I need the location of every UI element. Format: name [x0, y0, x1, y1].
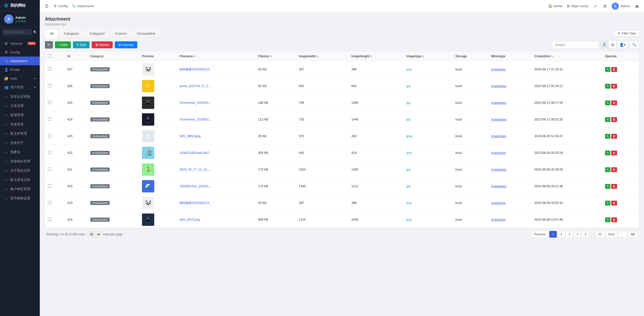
- row-edit-button[interactable]: ✎: [605, 84, 610, 89]
- topnav-home-link[interactable]: 🏠 Home: [548, 4, 563, 8]
- sidebar-item-currency-settings[interactable]: ○ 货币参数设置: [0, 194, 40, 203]
- row-checkbox[interactable]: [48, 134, 51, 137]
- row-checkbox[interactable]: [48, 84, 51, 87]
- logout-icon[interactable]: ⏏: [634, 3, 640, 10]
- tab-category2[interactable]: Category2: [84, 29, 110, 38]
- page-subtitle: Attachment tips: [45, 23, 639, 26]
- row-edit-button[interactable]: ✎: [605, 67, 610, 72]
- row-edit-button[interactable]: ✎: [605, 167, 610, 172]
- sidebar-item-trading[interactable]: ○ 交易大厅: [0, 138, 40, 147]
- add-button[interactable]: + Add: [55, 41, 71, 48]
- sidebar-item-recharge[interactable]: ○ 充值管理: [0, 120, 40, 129]
- page-content-area: Attachment Attachment tips All Category1…: [40, 12, 644, 316]
- page-3-button[interactable]: 3: [566, 231, 573, 238]
- row-checkbox[interactable]: [48, 101, 51, 104]
- sidebar-item-account-bind[interactable]: ○ 账户绑定管理: [0, 184, 40, 194]
- row-delete-button[interactable]: 🗑: [611, 151, 617, 155]
- page-2-button[interactable]: 2: [558, 231, 565, 238]
- goto-page-input[interactable]: [618, 231, 627, 237]
- row-edit-button[interactable]: ✎: [605, 117, 610, 122]
- attachments-table: Id Category Preview Filename Filesize Im…: [45, 52, 639, 228]
- page-last-button[interactable]: 43: [595, 231, 604, 238]
- sidebar-item-richtext[interactable]: ○ 富文本管理: [0, 129, 40, 138]
- sidebar-item-recharge-addr[interactable]: ○ 充值地址管理: [0, 157, 40, 166]
- row-delete-button[interactable]: 🗑: [611, 100, 617, 105]
- row-checkbox[interactable]: [48, 117, 51, 121]
- page-4-button[interactable]: 4: [574, 231, 581, 238]
- col-filesize[interactable]: Filesize: [255, 52, 296, 61]
- page-5-button[interactable]: 5: [582, 231, 589, 238]
- user-view-button[interactable]: 👤▾: [617, 41, 628, 49]
- page-1-button[interactable]: 1: [549, 231, 557, 238]
- row-delete-button[interactable]: 🗑: [611, 117, 617, 122]
- topnav-user-menu[interactable]: A Admin: [612, 3, 630, 10]
- sidebar-item-id-verify[interactable]: ○ 实名认证审核: [0, 92, 40, 101]
- sidebar-item-general[interactable]: ⊞ General NEW: [0, 39, 40, 48]
- sidebar-user[interactable]: A Admin ● Online: [0, 11, 40, 27]
- row-delete-button[interactable]: 🗑: [611, 134, 617, 139]
- row-edit-button[interactable]: ✎: [605, 151, 610, 155]
- goto-page-button[interactable]: Go: [628, 231, 638, 238]
- tab-custom[interactable]: Custom: [110, 29, 131, 38]
- col-filename[interactable]: Filename: [176, 52, 255, 61]
- search-menu-input[interactable]: [3, 29, 32, 35]
- delete-button[interactable]: 🗑 Delete: [92, 41, 113, 48]
- row-delete-button[interactable]: 🗑: [611, 84, 617, 89]
- sidebar-item-buy[interactable]: ○ 我要买: [0, 147, 40, 157]
- col-imagetype[interactable]: Imagetype: [403, 52, 452, 61]
- tab-unclassified[interactable]: Unclassified: [132, 29, 160, 38]
- sidebar-item-announcement[interactable]: ○ 公告管理: [0, 101, 40, 110]
- row-delete-button[interactable]: 🗑: [611, 201, 617, 206]
- row-edit-button[interactable]: ✎: [605, 217, 610, 222]
- sidebar-item-profile[interactable]: 👤 Profile: [0, 65, 40, 74]
- topnav-config-link[interactable]: ⚙ Config: [54, 4, 68, 8]
- row-checkbox[interactable]: [48, 218, 51, 221]
- refresh-button[interactable]: ↻: [45, 41, 53, 49]
- sidebar-item-withdrawal[interactable]: ○ 提现管理: [0, 110, 40, 120]
- table-search-input[interactable]: [552, 41, 598, 49]
- col-imageheight[interactable]: Imageheight: [348, 52, 403, 61]
- col-createtime[interactable]: Createtime: [531, 52, 602, 61]
- topnav-attachment-link[interactable]: 📎 Attachment: [72, 4, 94, 8]
- topnav-right: 🏠 Home 🗑 Wipe cache ⤢ ⊞ A Admin ⏏: [548, 3, 640, 10]
- rows-per-page-select[interactable]: 10 20 50 100: [87, 231, 101, 237]
- prev-page-button[interactable]: Previous: [531, 231, 549, 238]
- row-checkbox[interactable]: [48, 184, 51, 188]
- row-edit-button[interactable]: ✎: [605, 184, 610, 189]
- sidebar-item-attachment[interactable]: 📎 Attachment: [0, 57, 40, 65]
- select-all-checkbox[interactable]: [48, 54, 51, 58]
- sidebar-item-config[interactable]: ⚙ Config: [0, 48, 40, 57]
- table-search-icon-button[interactable]: 🔍: [630, 41, 639, 49]
- row-edit-button[interactable]: ✎: [605, 134, 610, 139]
- tab-all[interactable]: All: [45, 29, 58, 38]
- cell-operate: ✎ 🗑: [602, 195, 639, 211]
- expand-icon[interactable]: ⤢: [593, 3, 598, 10]
- grid-view-button[interactable]: ⊞: [609, 41, 617, 49]
- col-imagewidth[interactable]: Imagewidth: [296, 52, 348, 61]
- sidebar-item-user-mgmt[interactable]: 👥 用户管理 ▾: [0, 83, 40, 92]
- grid-icon[interactable]: ⊞: [602, 3, 608, 10]
- sidebar-item-currency-records[interactable]: ○ 欧元承兑记录: [0, 175, 40, 184]
- hamburger-button[interactable]: ☰: [44, 3, 50, 10]
- next-page-button[interactable]: Next: [605, 231, 617, 238]
- classify-button[interactable]: ⊞ Classify: [115, 41, 137, 48]
- row-delete-button[interactable]: 🗑: [611, 67, 617, 72]
- circle-icon: ○: [4, 122, 8, 126]
- sidebar-item-hall-records[interactable]: ○ 大厅卖出记录: [0, 166, 40, 175]
- topnav-wipe-cache-link[interactable]: 🗑 Wipe cache: [566, 4, 589, 8]
- filter-type-button[interactable]: ▼ Filter Type: [614, 30, 639, 36]
- row-checkbox[interactable]: [48, 151, 51, 154]
- list-view-button[interactable]: ☰: [600, 41, 608, 49]
- row-checkbox[interactable]: [48, 67, 51, 71]
- row-delete-button[interactable]: 🗑: [611, 217, 617, 222]
- row-checkbox[interactable]: [48, 168, 51, 171]
- row-edit-button[interactable]: ✎: [605, 201, 610, 206]
- row-delete-button[interactable]: 🗑: [611, 184, 617, 189]
- edit-button[interactable]: ✎ Edit: [73, 41, 90, 48]
- row-edit-button[interactable]: ✎: [605, 100, 610, 105]
- row-delete-button[interactable]: 🗑: [611, 167, 617, 172]
- row-checkbox[interactable]: [48, 201, 51, 204]
- cell-createtime: 2023-06-08 20:21:48: [531, 178, 602, 195]
- sidebar-item-auth[interactable]: 🔐 Auth ▾: [0, 74, 40, 83]
- tab-category1[interactable]: Category1: [59, 29, 84, 38]
